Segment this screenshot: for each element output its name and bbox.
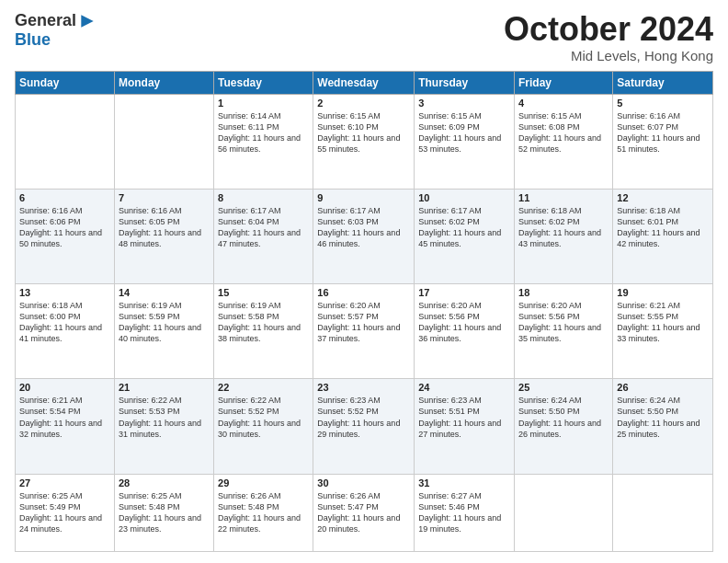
- calendar-cell: 31Sunrise: 6:27 AM Sunset: 5:46 PM Dayli…: [415, 474, 515, 551]
- day-info: Sunrise: 6:24 AM Sunset: 5:50 PM Dayligh…: [518, 395, 609, 440]
- day-info: Sunrise: 6:18 AM Sunset: 6:02 PM Dayligh…: [518, 205, 609, 250]
- calendar-cell: 18Sunrise: 6:20 AM Sunset: 5:56 PM Dayli…: [515, 284, 613, 379]
- calendar-cell: [114, 94, 213, 189]
- day-info: Sunrise: 6:20 AM Sunset: 5:56 PM Dayligh…: [518, 300, 609, 345]
- day-info: Sunrise: 6:25 AM Sunset: 5:48 PM Dayligh…: [119, 490, 210, 535]
- day-info: Sunrise: 6:26 AM Sunset: 5:48 PM Dayligh…: [218, 490, 309, 535]
- day-info: Sunrise: 6:15 AM Sunset: 6:10 PM Dayligh…: [317, 110, 410, 155]
- day-info: Sunrise: 6:16 AM Sunset: 6:05 PM Dayligh…: [119, 205, 210, 250]
- day-info: Sunrise: 6:17 AM Sunset: 6:02 PM Dayligh…: [418, 205, 510, 250]
- day-number: 28: [119, 477, 210, 488]
- day-number: 25: [518, 382, 609, 393]
- calendar-cell: 11Sunrise: 6:18 AM Sunset: 6:02 PM Dayli…: [515, 189, 613, 283]
- logo-blue-text: Blue: [15, 30, 51, 49]
- day-number: 16: [317, 287, 410, 298]
- calendar-cell: 29Sunrise: 6:26 AM Sunset: 5:48 PM Dayli…: [214, 474, 313, 551]
- calendar-cell: 1Sunrise: 6:14 AM Sunset: 6:11 PM Daylig…: [214, 94, 313, 189]
- day-number: 17: [418, 287, 510, 298]
- day-info: Sunrise: 6:19 AM Sunset: 5:59 PM Dayligh…: [119, 300, 210, 345]
- svg-marker-0: [81, 15, 93, 27]
- day-info: Sunrise: 6:14 AM Sunset: 6:11 PM Dayligh…: [218, 110, 309, 155]
- day-number: 26: [617, 382, 709, 393]
- calendar-cell: 12Sunrise: 6:18 AM Sunset: 6:01 PM Dayli…: [613, 189, 713, 283]
- calendar-cell: 2Sunrise: 6:15 AM Sunset: 6:10 PM Daylig…: [313, 94, 415, 189]
- day-info: Sunrise: 6:22 AM Sunset: 5:53 PM Dayligh…: [119, 395, 210, 440]
- day-number: 12: [617, 192, 709, 203]
- calendar-cell: [16, 94, 115, 189]
- day-number: 2: [317, 98, 410, 109]
- calendar-cell: 20Sunrise: 6:21 AM Sunset: 5:54 PM Dayli…: [16, 379, 115, 474]
- calendar-header-row: SundayMondayTuesdayWednesdayThursdayFrid…: [16, 71, 713, 94]
- day-info: Sunrise: 6:20 AM Sunset: 5:56 PM Dayligh…: [418, 300, 510, 345]
- calendar-header-wednesday: Wednesday: [313, 71, 415, 94]
- day-info: Sunrise: 6:23 AM Sunset: 5:52 PM Dayligh…: [317, 395, 410, 440]
- calendar-cell: 17Sunrise: 6:20 AM Sunset: 5:56 PM Dayli…: [415, 284, 515, 379]
- calendar-header-saturday: Saturday: [613, 71, 713, 94]
- day-number: 29: [218, 477, 309, 488]
- day-info: Sunrise: 6:21 AM Sunset: 5:55 PM Dayligh…: [617, 300, 709, 345]
- calendar-header-thursday: Thursday: [415, 71, 515, 94]
- day-info: Sunrise: 6:17 AM Sunset: 6:04 PM Dayligh…: [218, 205, 309, 250]
- header: General Blue October 2024 Mid Levels, Ho…: [15, 11, 713, 63]
- calendar-cell: 27Sunrise: 6:25 AM Sunset: 5:49 PM Dayli…: [16, 474, 115, 551]
- calendar-cell: 4Sunrise: 6:15 AM Sunset: 6:08 PM Daylig…: [515, 94, 613, 189]
- day-info: Sunrise: 6:16 AM Sunset: 6:07 PM Dayligh…: [617, 110, 709, 155]
- day-number: 9: [317, 192, 410, 203]
- day-info: Sunrise: 6:22 AM Sunset: 5:52 PM Dayligh…: [218, 395, 309, 440]
- day-number: 10: [418, 192, 510, 203]
- day-number: 27: [19, 477, 110, 488]
- day-number: 24: [418, 382, 510, 393]
- day-info: Sunrise: 6:19 AM Sunset: 5:58 PM Dayligh…: [218, 300, 309, 345]
- day-info: Sunrise: 6:20 AM Sunset: 5:57 PM Dayligh…: [317, 300, 410, 345]
- calendar-cell: 23Sunrise: 6:23 AM Sunset: 5:52 PM Dayli…: [313, 379, 415, 474]
- day-info: Sunrise: 6:27 AM Sunset: 5:46 PM Dayligh…: [418, 490, 510, 535]
- day-number: 3: [418, 98, 510, 109]
- calendar-cell: 30Sunrise: 6:26 AM Sunset: 5:47 PM Dayli…: [313, 474, 415, 551]
- calendar-cell: 14Sunrise: 6:19 AM Sunset: 5:59 PM Dayli…: [114, 284, 213, 379]
- day-info: Sunrise: 6:18 AM Sunset: 6:00 PM Dayligh…: [19, 300, 110, 345]
- calendar-week-4: 20Sunrise: 6:21 AM Sunset: 5:54 PM Dayli…: [16, 379, 713, 474]
- day-info: Sunrise: 6:24 AM Sunset: 5:50 PM Dayligh…: [617, 395, 709, 440]
- calendar-cell: 19Sunrise: 6:21 AM Sunset: 5:55 PM Dayli…: [613, 284, 713, 379]
- day-info: Sunrise: 6:23 AM Sunset: 5:51 PM Dayligh…: [418, 395, 510, 440]
- day-info: Sunrise: 6:16 AM Sunset: 6:06 PM Dayligh…: [19, 205, 110, 250]
- logo-icon: [78, 12, 97, 30]
- logo-general-text: General: [15, 11, 76, 30]
- calendar-cell: [613, 474, 713, 551]
- calendar-cell: 3Sunrise: 6:15 AM Sunset: 6:09 PM Daylig…: [415, 94, 515, 189]
- day-number: 7: [119, 192, 210, 203]
- day-number: 15: [218, 287, 309, 298]
- calendar-week-5: 27Sunrise: 6:25 AM Sunset: 5:49 PM Dayli…: [16, 474, 713, 551]
- calendar-cell: 10Sunrise: 6:17 AM Sunset: 6:02 PM Dayli…: [415, 189, 515, 283]
- day-info: Sunrise: 6:15 AM Sunset: 6:08 PM Dayligh…: [518, 110, 609, 155]
- calendar-cell: [515, 474, 613, 551]
- day-number: 8: [218, 192, 309, 203]
- calendar-cell: 13Sunrise: 6:18 AM Sunset: 6:00 PM Dayli…: [16, 284, 115, 379]
- day-info: Sunrise: 6:18 AM Sunset: 6:01 PM Dayligh…: [617, 205, 709, 250]
- month-title: October 2024: [504, 11, 713, 48]
- day-number: 11: [518, 192, 609, 203]
- location: Mid Levels, Hong Kong: [504, 48, 713, 63]
- day-number: 14: [119, 287, 210, 298]
- calendar-cell: 21Sunrise: 6:22 AM Sunset: 5:53 PM Dayli…: [114, 379, 213, 474]
- day-info: Sunrise: 6:15 AM Sunset: 6:09 PM Dayligh…: [418, 110, 510, 155]
- title-block: October 2024 Mid Levels, Hong Kong: [504, 11, 713, 63]
- calendar-cell: 5Sunrise: 6:16 AM Sunset: 6:07 PM Daylig…: [613, 94, 713, 189]
- calendar-table: SundayMondayTuesdayWednesdayThursdayFrid…: [15, 71, 713, 552]
- day-number: 18: [518, 287, 609, 298]
- calendar-cell: 7Sunrise: 6:16 AM Sunset: 6:05 PM Daylig…: [114, 189, 213, 283]
- calendar-cell: 24Sunrise: 6:23 AM Sunset: 5:51 PM Dayli…: [415, 379, 515, 474]
- calendar-header-monday: Monday: [114, 71, 213, 94]
- day-number: 1: [218, 98, 309, 109]
- logo: General Blue: [15, 11, 97, 50]
- day-info: Sunrise: 6:25 AM Sunset: 5:49 PM Dayligh…: [19, 490, 110, 535]
- day-number: 31: [418, 477, 510, 488]
- day-number: 22: [218, 382, 309, 393]
- calendar-cell: 25Sunrise: 6:24 AM Sunset: 5:50 PM Dayli…: [515, 379, 613, 474]
- day-number: 30: [317, 477, 410, 488]
- day-number: 6: [19, 192, 110, 203]
- calendar-cell: 16Sunrise: 6:20 AM Sunset: 5:57 PM Dayli…: [313, 284, 415, 379]
- day-info: Sunrise: 6:21 AM Sunset: 5:54 PM Dayligh…: [19, 395, 110, 440]
- calendar-cell: 8Sunrise: 6:17 AM Sunset: 6:04 PM Daylig…: [214, 189, 313, 283]
- day-info: Sunrise: 6:26 AM Sunset: 5:47 PM Dayligh…: [317, 490, 410, 535]
